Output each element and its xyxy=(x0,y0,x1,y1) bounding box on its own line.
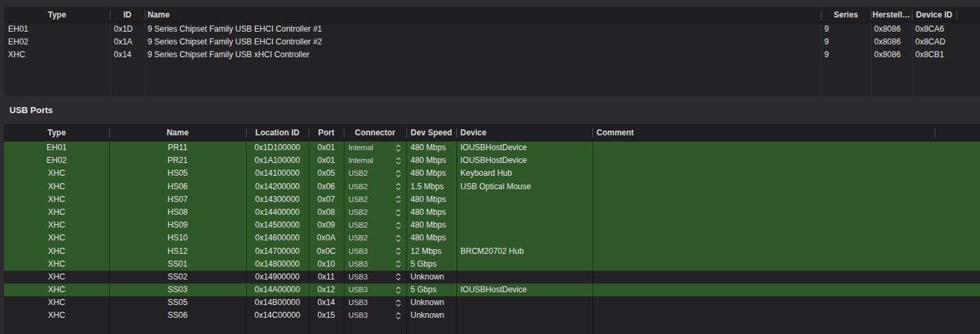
connector-select[interactable]: USB3 xyxy=(344,245,406,258)
cell-device: USB Optical Mouse xyxy=(456,180,592,193)
column-header-port[interactable]: Port xyxy=(309,128,344,137)
column-header-name[interactable]: Name xyxy=(145,10,821,20)
header-divider[interactable] xyxy=(344,128,344,137)
cell-location-id: 0x14C00000 xyxy=(246,309,309,322)
cell-series: 9 xyxy=(821,36,871,48)
ports-table-row[interactable]: XHCHS080x144000000x08USB2480 Mbps xyxy=(4,206,980,219)
column-header-device[interactable]: Device xyxy=(456,128,592,137)
ports-table-row[interactable]: XHCSS050x14B000000x14USB3Unknown xyxy=(4,296,980,309)
connector-selected-value: USB2 xyxy=(348,167,368,180)
cell-port: 0x0C xyxy=(309,245,344,258)
cell-vendor-id: 0x8086 xyxy=(871,48,912,61)
column-header-vendor-id[interactable]: Herstell… xyxy=(871,10,912,20)
connector-select[interactable]: USB2 xyxy=(344,180,406,193)
header-divider[interactable] xyxy=(956,10,957,20)
connector-select[interactable]: Internal xyxy=(344,141,406,154)
cell-dev-speed: 480 Mbps xyxy=(406,167,456,180)
header-divider[interactable] xyxy=(109,128,110,137)
connector-cell: USB2 xyxy=(344,167,406,180)
column-gridline xyxy=(109,141,110,334)
ports-table-row[interactable]: XHCSS060x14C000000x15USB3Unknown xyxy=(4,309,980,322)
ports-table-row[interactable]: XHCHS070x143000000x07USB2480 Mbps xyxy=(4,193,980,206)
ports-table-row[interactable]: XHCHS120x147000000x0CUSB312 MbpsBRCM2070… xyxy=(4,245,980,258)
controllers-table-row[interactable]: EH010x1D9 Series Chipset Family USB EHCI… xyxy=(4,23,980,36)
connector-select[interactable]: USB2 xyxy=(344,193,406,206)
ports-table-row[interactable]: EH02PR210x1A1000000x01Internal480 MbpsIO… xyxy=(4,154,980,167)
cell-type: EH02 xyxy=(4,154,109,167)
updown-chevron-icon xyxy=(396,195,401,203)
ports-table-row[interactable]: EH01PR110x1D1000000x01Internal480 MbpsIO… xyxy=(4,141,980,154)
connector-select[interactable]: USB3 xyxy=(344,283,406,296)
cell-port: 0x12 xyxy=(309,283,344,296)
cell-device: BRCM20702 Hub xyxy=(456,245,592,258)
cell-vendor-id: 0x8086 xyxy=(871,23,912,36)
cell-location-id: 0x14400000 xyxy=(246,206,309,219)
updown-chevron-icon xyxy=(396,247,401,255)
ports-table-row[interactable]: XHCSS010x148000000x10USB35 Gbps xyxy=(4,258,980,271)
connector-select[interactable]: USB3 xyxy=(344,258,406,271)
header-divider[interactable] xyxy=(821,10,822,20)
column-header-dev-speed[interactable]: Dev Speed xyxy=(406,128,456,137)
cell-dev-speed: 1.5 Mbps xyxy=(406,180,456,193)
connector-select[interactable]: USB2 xyxy=(344,206,406,219)
cell-dev-speed: 5 Gbps xyxy=(406,283,456,296)
cell-location-id: 0x14500000 xyxy=(246,219,309,232)
ports-table-row[interactable]: XHCHS050x141000000x05USB2480 MbpsKeyboar… xyxy=(4,167,980,180)
cell-location-id: 0x14B00000 xyxy=(246,296,309,309)
controllers-table-row[interactable]: EH020x1A9 Series Chipset Family USB EHCI… xyxy=(4,36,980,48)
column-header-connector[interactable]: Connector xyxy=(344,128,406,137)
header-divider[interactable] xyxy=(871,10,871,20)
column-header-type[interactable]: Type xyxy=(4,128,109,137)
cell-device: Keyboard Hub xyxy=(456,167,592,180)
ports-table-row[interactable]: XHCSS030x14A000000x12USB35 GbpsIOUSBHost… xyxy=(4,283,980,296)
connector-select[interactable]: USB2 xyxy=(344,232,406,244)
header-divider[interactable] xyxy=(935,128,936,137)
header-divider[interactable] xyxy=(912,10,913,20)
cell-port: 0x14 xyxy=(309,296,344,309)
column-gridline xyxy=(456,141,457,334)
connector-cell: USB3 xyxy=(344,258,406,271)
header-divider[interactable] xyxy=(456,128,457,137)
controllers-table-row[interactable]: XHC0x149 Series Chipset Family USB xHCI … xyxy=(4,48,980,61)
updown-chevron-icon xyxy=(396,299,401,307)
cell-name: 9 Series Chipset Family USB EHCI Control… xyxy=(145,36,821,48)
connector-select[interactable]: USB3 xyxy=(344,296,406,309)
cell-device: IOUSBHostDevice xyxy=(456,141,592,154)
header-divider[interactable] xyxy=(309,128,309,137)
header-divider[interactable] xyxy=(110,10,111,20)
cell-device-id: 0x8CA6 xyxy=(912,23,956,36)
header-divider[interactable] xyxy=(145,10,146,20)
connector-select[interactable]: USB3 xyxy=(344,271,406,283)
connector-selected-value: USB3 xyxy=(348,309,368,322)
column-header-comment[interactable]: Comment xyxy=(592,128,935,137)
connector-selected-value: USB3 xyxy=(348,245,368,258)
cell-port: 0x01 xyxy=(309,141,344,154)
cell-type: EH01 xyxy=(4,141,109,154)
connector-select[interactable]: Internal xyxy=(344,154,406,167)
ports-table-row[interactable]: XHCSS020x149000000x11USB3Unknown xyxy=(4,271,980,283)
ports-table-row[interactable]: XHCHS060x142000000x06USB21.5 MbpsUSB Opt… xyxy=(4,180,980,193)
cell-location-id: 0x14300000 xyxy=(246,193,309,206)
connector-select[interactable]: USB3 xyxy=(344,309,406,322)
ports-table-row[interactable]: XHCHS100x146000000x0AUSB2480 Mbps xyxy=(4,232,980,244)
cell-name: HS08 xyxy=(109,206,246,219)
column-header-series[interactable]: Series xyxy=(821,10,871,20)
connector-cell: USB2 xyxy=(344,180,406,193)
header-divider[interactable] xyxy=(246,128,247,137)
column-header-type[interactable]: Type xyxy=(4,10,110,20)
column-header-location-id[interactable]: Location ID xyxy=(246,128,309,137)
column-header-name[interactable]: Name xyxy=(109,128,246,137)
column-header-id[interactable]: ID xyxy=(110,10,145,20)
updown-chevron-icon xyxy=(396,170,401,178)
cell-type: XHC xyxy=(4,48,110,61)
ports-table-row[interactable]: XHCHS090x145000000x09USB2480 Mbps xyxy=(4,219,980,232)
header-divider[interactable] xyxy=(406,128,407,137)
connector-select[interactable]: USB2 xyxy=(344,219,406,232)
column-header-device-id[interactable]: Device ID xyxy=(912,10,956,20)
connector-select[interactable]: USB2 xyxy=(344,167,406,180)
cell-type: XHC xyxy=(4,283,109,296)
cell-type: XHC xyxy=(4,193,109,206)
cell-type: XHC xyxy=(4,245,109,258)
updown-chevron-icon xyxy=(396,144,401,152)
header-divider[interactable] xyxy=(592,128,593,137)
